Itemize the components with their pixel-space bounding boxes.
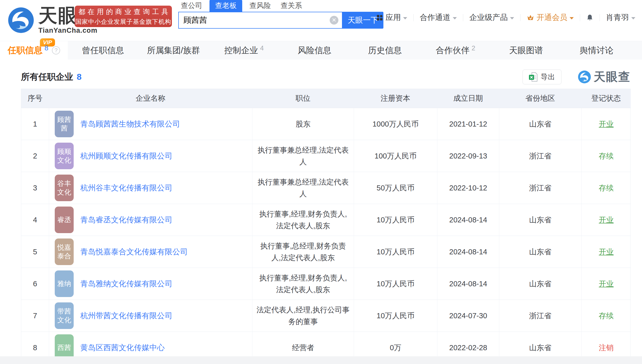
company-link[interactable]: 青岛睿丞文化传媒有限公司 bbox=[80, 214, 172, 225]
search-input[interactable] bbox=[179, 16, 330, 25]
search-box: ✕ 天眼一下 bbox=[178, 12, 383, 29]
page-tab[interactable]: 天眼图谱 bbox=[491, 41, 561, 60]
page-tab-label: 舆情讨论 bbox=[580, 45, 613, 56]
company-logo[interactable]: 悦嘉泰合 bbox=[55, 238, 74, 265]
company-link[interactable]: 杭州谷丰文化传播有限公司 bbox=[80, 182, 172, 194]
search-area: 查公司 查老板 查风险 查关系 ✕ 天眼一下 bbox=[178, 2, 383, 29]
page: 天眼查 TianYanCha.com 都在用的商业查询工具 国家中小企业发展子基… bbox=[0, 0, 642, 364]
page-tab-label: 历史信息 bbox=[368, 45, 402, 56]
company-link[interactable]: 青岛悦嘉泰合文化传媒有限公司 bbox=[80, 246, 188, 257]
divider bbox=[520, 14, 521, 21]
username: 肖青羽 bbox=[606, 12, 629, 23]
position-cell: 执行董事,经理,财务负责人,法定代表人,股东 bbox=[252, 204, 354, 236]
province-cell: 浙江省 bbox=[499, 140, 581, 172]
page-tab[interactable]: 曾任职信息 bbox=[68, 41, 138, 60]
top-bar: 天眼查 TianYanCha.com 都在用的商业查询工具 国家中小企业发展子基… bbox=[0, 0, 642, 41]
company-logo[interactable]: 睿丞 bbox=[55, 207, 74, 233]
company-logo[interactable]: 带茜文化 bbox=[55, 302, 74, 329]
province-cell: 山东省 bbox=[499, 108, 581, 140]
clear-search-icon[interactable]: ✕ bbox=[330, 16, 338, 25]
divider bbox=[580, 14, 580, 21]
search-type-tab[interactable]: 查公司 bbox=[178, 0, 205, 12]
page-tab[interactable]: 历史信息 bbox=[350, 41, 420, 60]
company-logo[interactable]: 谷丰文化 bbox=[55, 175, 74, 201]
company-link[interactable]: 黄岛区西茜文化传媒中心 bbox=[80, 342, 165, 353]
company-logo[interactable]: 顾茜茜 bbox=[55, 111, 74, 137]
nav-partner-channel[interactable]: 合作通道 bbox=[420, 12, 457, 23]
search-tab-label: 查风险 bbox=[249, 2, 271, 9]
chevron-down-icon bbox=[403, 17, 407, 19]
nav-enterprise-products[interactable]: 企业级产品 bbox=[469, 12, 514, 23]
status-cell: 开业 bbox=[581, 236, 631, 268]
status-badge[interactable]: 存续 bbox=[599, 150, 614, 162]
company-cell: 谷丰文化 杭州谷丰文化传播有限公司 bbox=[49, 172, 252, 204]
capital-cell: 10万人民币 bbox=[354, 204, 437, 236]
row-index: 7 bbox=[21, 300, 49, 332]
nav-open-membership[interactable]: 开通会员 bbox=[527, 12, 574, 23]
page-tab-label: 天眼图谱 bbox=[509, 45, 543, 56]
province-cell: 浙江省 bbox=[499, 300, 581, 332]
main-content: 所有任职企业 8 导出 bbox=[0, 60, 642, 364]
page-tab-label: 任职信息 bbox=[8, 44, 42, 56]
export-label: 导出 bbox=[541, 72, 555, 82]
page-tab[interactable]: VIP 任职信息 8 ? bbox=[0, 41, 68, 60]
capital-cell: 1000万人民币 bbox=[354, 108, 437, 140]
position-cell: 股东 bbox=[252, 108, 354, 140]
search-type-tab[interactable]: 查风险 bbox=[247, 0, 273, 12]
position-cell: 执行董事兼总经理,法定代表人 bbox=[252, 140, 354, 172]
date-cell: 2022-10-12 bbox=[437, 172, 499, 204]
company-link[interactable]: 青岛顾茜茜生物技术有限公司 bbox=[80, 118, 180, 130]
company-cell: 顾茜茜 青岛顾茜茜生物技术有限公司 bbox=[49, 108, 252, 140]
status-cell: 存续 bbox=[581, 140, 631, 172]
company-logo[interactable]: 雅纳 bbox=[55, 270, 74, 297]
brand-domain: TianYanCha.com bbox=[38, 27, 97, 35]
company-logo[interactable]: 顾顺文化 bbox=[55, 143, 74, 169]
company-cell: 悦嘉泰合 青岛悦嘉泰合文化传媒有限公司 bbox=[49, 236, 252, 268]
search-type-tab[interactable]: 查关系 bbox=[278, 0, 305, 12]
row-index: 5 bbox=[21, 236, 49, 268]
status-badge[interactable]: 存续 bbox=[599, 310, 614, 322]
nav-apps-label: 应用 bbox=[385, 12, 401, 23]
status-cell: 存续 bbox=[581, 300, 631, 332]
page-tab[interactable]: 控制企业 4 bbox=[209, 41, 279, 60]
capital-cell: 10万人民币 bbox=[354, 300, 437, 332]
status-badge[interactable]: 开业 bbox=[599, 214, 614, 226]
chevron-down-icon bbox=[453, 17, 457, 19]
user-menu[interactable]: 肖青羽 bbox=[606, 12, 635, 23]
tianyancha-swirl-icon bbox=[578, 70, 591, 84]
section-title: 所有任职企业 bbox=[21, 71, 73, 83]
page-tab[interactable]: 风险信息 bbox=[279, 41, 350, 60]
status-badge[interactable]: 开业 bbox=[599, 278, 614, 290]
help-icon[interactable]: ? bbox=[52, 46, 60, 54]
row-index: 4 bbox=[21, 204, 49, 236]
column-header: 省份地区 bbox=[499, 89, 581, 108]
status-cell: 开业 bbox=[581, 268, 631, 300]
search-type-tab[interactable]: 查老板 bbox=[209, 0, 242, 12]
page-tab-label: 风险信息 bbox=[298, 45, 331, 56]
page-tab[interactable]: 所属集团/族群 bbox=[138, 41, 209, 60]
page-tabs: VIP 任职信息 8 ? 曾任职信息 所属集团/族群 控制企业 4 风险信息 历… bbox=[0, 41, 642, 60]
divider bbox=[463, 14, 463, 21]
export-button[interactable]: 导出 bbox=[523, 70, 561, 84]
promo-badge: 都在用的商业查询工具 国家中小企业发展子基金旗下机构 bbox=[75, 6, 172, 27]
page-tab[interactable]: 舆情讨论 bbox=[561, 41, 632, 60]
bell-icon bbox=[586, 14, 593, 21]
company-cell: 带茜文化 杭州带茜文化传播有限公司 bbox=[49, 300, 252, 332]
status-badge[interactable]: 注销 bbox=[599, 342, 614, 354]
company-link[interactable]: 青岛雅纳文化传媒有限公司 bbox=[80, 278, 172, 289]
page-tab[interactable]: 合作伙伴 2 bbox=[420, 41, 491, 60]
status-badge[interactable]: 开业 bbox=[599, 246, 614, 258]
notifications-button[interactable] bbox=[586, 14, 593, 21]
company-link[interactable]: 杭州带茜文化传播有限公司 bbox=[80, 310, 172, 321]
company-link[interactable]: 杭州顾顺文化传播有限公司 bbox=[80, 150, 172, 162]
status-badge[interactable]: 开业 bbox=[599, 118, 614, 130]
top-nav: 应用 合作通道 企业级产品 开通会员 bbox=[376, 12, 635, 23]
row-index: 2 bbox=[21, 140, 49, 172]
capital-cell: 50万人民币 bbox=[354, 172, 437, 204]
capital-cell: 10万人民币 bbox=[354, 236, 437, 268]
nav-enterprise-label: 企业级产品 bbox=[469, 12, 508, 23]
tianyancha-watermark: 天眼查 bbox=[578, 69, 630, 85]
footer-strip bbox=[0, 356, 642, 364]
nav-apps[interactable]: 应用 bbox=[376, 12, 407, 23]
status-badge[interactable]: 存续 bbox=[599, 182, 614, 194]
